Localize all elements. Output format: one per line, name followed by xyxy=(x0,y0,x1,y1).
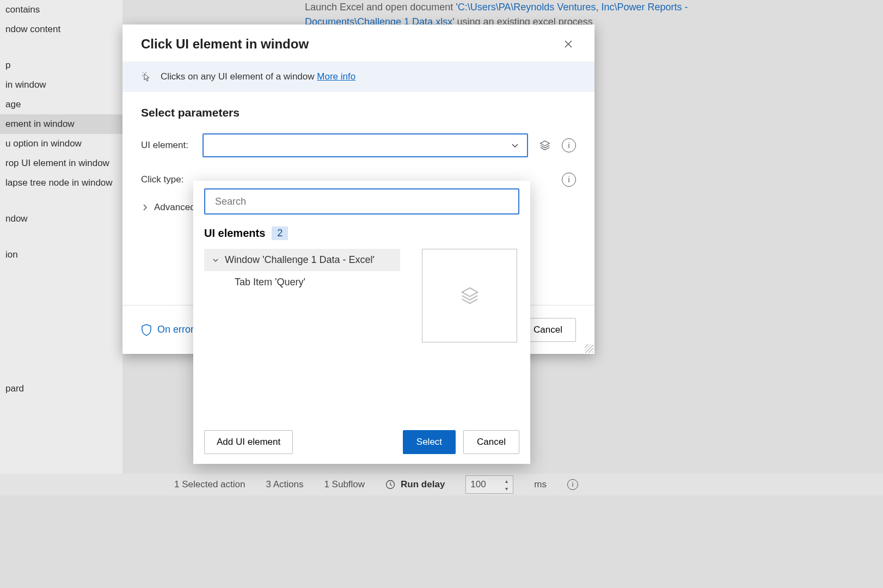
status-subflow: 1 Subflow xyxy=(324,479,365,490)
info-icon[interactable]: i xyxy=(562,173,576,187)
chevron-down-icon xyxy=(212,256,219,264)
tree-child-label: Tab Item 'Query' xyxy=(235,277,305,288)
sidebar-item[interactable]: age xyxy=(0,95,122,114)
ui-element-tree: Window 'Challenge 1 Data - Excel' Tab It… xyxy=(204,249,400,293)
flow-step-prefix: Launch Excel and open document ' xyxy=(305,2,458,13)
ui-elements-count: 2 xyxy=(272,226,288,240)
close-icon[interactable] xyxy=(561,36,576,52)
run-delay-label: Run delay xyxy=(401,479,445,490)
chevron-down-icon xyxy=(511,141,519,150)
sidebar-item[interactable]: contains xyxy=(0,0,122,20)
shield-icon xyxy=(141,324,152,336)
run-delay-input[interactable]: 100 ▴ ▾ xyxy=(465,475,513,494)
chevron-down-icon[interactable]: ▾ xyxy=(501,485,512,492)
dialog-title: Click UI element in window xyxy=(141,36,309,52)
dropdown-cancel-button[interactable]: Cancel xyxy=(463,430,519,454)
sidebar-item-selected[interactable]: ement in window xyxy=(0,114,122,134)
ui-element-label: UI element: xyxy=(141,140,193,151)
layers-icon[interactable] xyxy=(538,138,552,152)
tree-child-item[interactable]: Tab Item 'Query' xyxy=(204,271,400,293)
chevron-up-icon[interactable]: ▴ xyxy=(501,477,512,485)
clock-icon xyxy=(385,480,395,489)
sidebar-item[interactable]: in window xyxy=(0,75,122,95)
section-title: Select parameters xyxy=(141,106,576,119)
tree-parent-label: Window 'Challenge 1 Data - Excel' xyxy=(225,254,375,266)
delay-stepper[interactable]: ▴ ▾ xyxy=(501,477,512,492)
info-bar: Clicks on any UI element of a window Mor… xyxy=(122,62,594,92)
tree-parent-window[interactable]: Window 'Challenge 1 Data - Excel' xyxy=(204,249,400,271)
sidebar-item[interactable]: ndow xyxy=(0,209,122,229)
info-icon[interactable]: i xyxy=(562,138,576,152)
status-bar: 1 Selected action 3 Actions 1 Subflow Ru… xyxy=(0,474,883,495)
status-selected: 1 Selected action xyxy=(174,479,245,490)
sidebar-item[interactable]: p xyxy=(0,56,122,75)
info-icon[interactable]: i xyxy=(567,479,578,490)
sidebar-item[interactable]: ion xyxy=(0,245,122,265)
on-error-label: On error xyxy=(157,324,194,335)
more-info-link[interactable]: More info xyxy=(317,71,355,82)
ui-element-select[interactable] xyxy=(203,133,528,157)
ui-elements-heading: UI elements xyxy=(204,227,265,240)
info-text: Clicks on any UI element of a window xyxy=(161,71,315,82)
resize-grip[interactable] xyxy=(585,344,593,353)
sidebar-item[interactable]: pard xyxy=(0,379,122,399)
sidebar-item[interactable]: ndow content xyxy=(0,20,122,39)
search-box[interactable] xyxy=(204,188,519,215)
sidebar-item[interactable]: rop UI element in window xyxy=(0,154,122,173)
status-actions: 3 Actions xyxy=(266,479,303,490)
ui-element-dropdown: UI elements 2 Window 'Challenge 1 Data -… xyxy=(193,181,530,464)
preview-box xyxy=(422,249,517,342)
chevron-right-icon xyxy=(141,204,149,211)
sidebar-item[interactable]: u option in window xyxy=(0,134,122,154)
sidebar-item[interactable]: lapse tree node in window xyxy=(0,173,122,193)
click-type-label: Click type: xyxy=(141,174,193,185)
add-ui-element-button[interactable]: Add UI element xyxy=(204,430,293,454)
advanced-label: Advanced xyxy=(154,202,195,213)
run-delay-value: 100 xyxy=(470,479,486,490)
cursor-click-icon xyxy=(141,71,152,82)
search-input[interactable] xyxy=(215,196,508,207)
ms-label: ms xyxy=(534,479,547,490)
select-button[interactable]: Select xyxy=(403,430,456,454)
layers-placeholder-icon xyxy=(459,285,480,306)
actions-sidebar: contains ndow content p in window age em… xyxy=(0,0,122,490)
on-error-button[interactable]: On error xyxy=(141,324,194,336)
